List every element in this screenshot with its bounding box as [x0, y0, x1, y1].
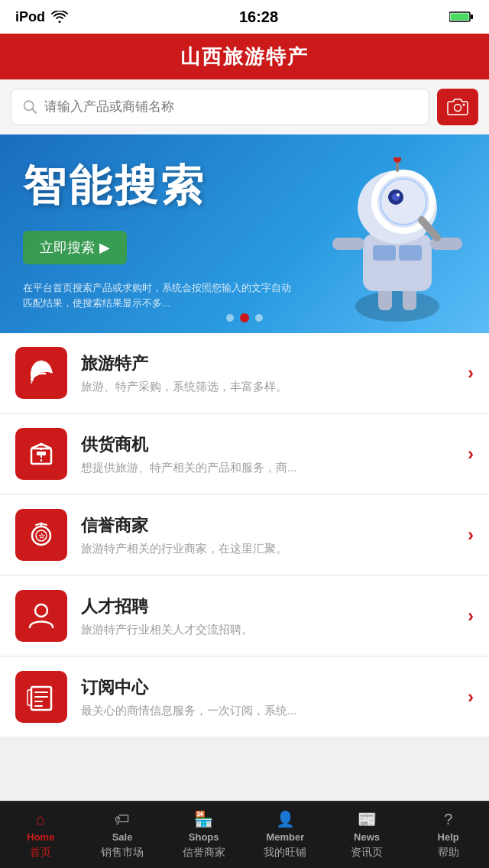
menu-arrow-subscribe: › [468, 686, 474, 708]
svg-point-7 [355, 291, 439, 322]
sale-icon: 🏷 [115, 811, 130, 828]
menu-arrow-recruit: › [468, 605, 474, 627]
menu-text-merchant: 信誉商家 旅游特产相关的行业商家，在这里汇聚。 [81, 514, 460, 556]
menu-icon-tourism [15, 347, 67, 399]
tab-news-label-zh: 资讯页 [351, 846, 383, 860]
menu-item-tourism[interactable]: 旅游特产 旅游、特产采购，系统筛选，丰富多样。 › [0, 333, 489, 413]
svg-rect-30 [37, 452, 46, 455]
svg-point-23 [397, 193, 400, 196]
banner-content: 智能搜索 立即搜索 ▶ [23, 157, 206, 264]
app-title: 山西旅游特产 [180, 44, 309, 70]
menu-arrow-tourism: › [468, 362, 474, 384]
tab-sale-label-en: Sale [112, 831, 133, 843]
svg-rect-1 [451, 14, 469, 21]
menu-icon-merchant: ☆ [15, 509, 67, 561]
battery-icon [449, 11, 474, 23]
svg-rect-11 [373, 245, 396, 261]
tab-shops[interactable]: 🏪 Shops 信誉商家 [163, 802, 244, 868]
menu-title-supply: 供货商机 [81, 433, 460, 456]
status-left: iPod [15, 9, 68, 25]
menu-desc-supply: 想提供旅游、特产相关的产品和服务，商... [81, 461, 460, 475]
box-icon [25, 438, 57, 470]
banner-title: 智能搜索 [23, 157, 206, 215]
tab-shops-label-en: Shops [189, 831, 219, 843]
tab-help-label-zh: 帮助 [438, 846, 459, 860]
tab-news[interactable]: 📰 News 资讯页 [326, 802, 408, 868]
tab-home[interactable]: ⌂ Home 首页 [0, 802, 82, 868]
search-icon [22, 99, 38, 115]
menu-item-merchant[interactable]: ☆ 信誉商家 旅游特产相关的行业商家，在这里汇聚。 › [0, 495, 489, 575]
menu-arrow-merchant: › [468, 524, 474, 546]
menu-icon-recruit [15, 590, 67, 642]
menu-title-tourism: 旅游特产 [81, 352, 460, 375]
menu-desc-merchant: 旅游特产相关的行业商家，在这里汇聚。 [81, 542, 460, 556]
banner-dot-3 [255, 314, 263, 322]
banner-description: 在平台首页搜索产品或求购时，系统会按照您输入的文字自动匹配结果，使搜索结果显示不… [23, 280, 298, 310]
status-right [449, 11, 474, 23]
menu-item-supply[interactable]: 供货商机 想提供旅游、特产相关的产品和服务，商... › [0, 414, 489, 494]
menu-title-merchant: 信誉商家 [81, 514, 460, 537]
medal-icon: ☆ [25, 519, 57, 551]
svg-point-25 [393, 157, 401, 163]
menu-icon-subscribe [15, 671, 67, 723]
tab-member[interactable]: 👤 Member 我的旺铺 [244, 802, 326, 868]
svg-point-35 [35, 604, 47, 617]
svg-point-5 [455, 105, 461, 112]
menu-text-recruit: 人才招聘 旅游特产行业相关人才交流招聘。 [81, 595, 460, 637]
svg-rect-13 [332, 238, 364, 250]
svg-text:☆: ☆ [38, 532, 46, 540]
banner-search-button[interactable]: 立即搜索 ▶ [23, 231, 127, 264]
menu-list: 旅游特产 旅游、特产采购，系统筛选，丰富多样。 › 供货商机 想提供旅游、特产相… [0, 333, 489, 737]
camera-icon [447, 98, 468, 116]
tab-member-label-zh: 我的旺铺 [264, 846, 306, 860]
news-icon: 📰 [358, 810, 377, 828]
svg-line-4 [32, 109, 36, 113]
tab-bar: ⌂ Home 首页 🏷 Sale 销售市场 🏪 Shops 信誉商家 👤 Mem… [0, 801, 489, 868]
menu-desc-recruit: 旅游特产行业相关人才交流招聘。 [81, 623, 460, 637]
svg-rect-12 [399, 245, 422, 261]
shops-icon: 🏪 [194, 810, 213, 828]
search-input[interactable] [44, 99, 418, 115]
tab-shops-label-zh: 信誉商家 [183, 846, 225, 860]
newspaper-icon [25, 681, 57, 713]
menu-text-supply: 供货商机 想提供旅游、特产相关的产品和服务，商... [81, 433, 460, 475]
person-icon [25, 600, 57, 632]
menu-title-recruit: 人才招聘 [81, 595, 460, 618]
home-icon: ⌂ [36, 811, 45, 828]
menu-text-subscribe: 订阅中心 最关心的商情信息服务，一次订阅，系统... [81, 676, 460, 718]
menu-item-recruit[interactable]: 人才招聘 旅游特产行业相关人才交流招聘。 › [0, 576, 489, 656]
app-header: 山西旅游特产 [0, 34, 489, 79]
status-time: 16:28 [239, 8, 278, 26]
search-bar [0, 79, 489, 134]
tab-home-label-zh: 首页 [30, 846, 51, 860]
banner: 智能搜索 立即搜索 ▶ 在平台首页搜索产品或求购时，系统会按照您输入的文字自动匹… [0, 134, 489, 333]
member-icon: 👤 [276, 810, 295, 828]
menu-arrow-supply: › [468, 443, 474, 465]
leaf-icon [25, 357, 57, 389]
wifi-icon [51, 11, 68, 23]
svg-point-6 [463, 104, 465, 106]
svg-rect-41 [28, 690, 31, 705]
tab-help-label-en: Help [438, 831, 459, 843]
tab-home-label-en: Home [27, 831, 54, 843]
menu-icon-supply [15, 428, 67, 480]
menu-desc-tourism: 旅游、特产采购，系统筛选，丰富多样。 [81, 380, 460, 394]
menu-item-subscribe[interactable]: 订阅中心 最关心的商情信息服务，一次订阅，系统... › [0, 657, 489, 737]
menu-title-subscribe: 订阅中心 [81, 676, 460, 699]
device-label: iPod [15, 9, 45, 25]
camera-button[interactable] [437, 89, 478, 125]
svg-rect-2 [471, 15, 473, 19]
banner-pagination [226, 313, 263, 322]
banner-dot-2 [240, 313, 249, 322]
tab-help[interactable]: ? Help 帮助 [407, 802, 489, 868]
menu-text-tourism: 旅游特产 旅游、特产采购，系统筛选，丰富多样。 [81, 352, 460, 394]
status-bar: iPod 16:28 [0, 0, 489, 34]
banner-dot-1 [226, 314, 234, 322]
tab-sale-label-zh: 销售市场 [101, 846, 144, 860]
tab-sale[interactable]: 🏷 Sale 销售市场 [82, 802, 164, 868]
banner-robot-image [313, 157, 481, 333]
search-input-wrap[interactable] [11, 89, 429, 125]
help-icon: ? [444, 811, 452, 828]
menu-desc-subscribe: 最关心的商情信息服务，一次订阅，系统... [81, 704, 460, 718]
tab-member-label-en: Member [266, 831, 304, 843]
